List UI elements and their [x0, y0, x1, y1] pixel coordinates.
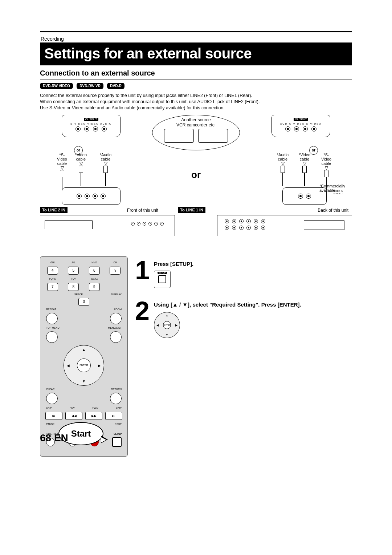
- key-6[interactable]: 6: [89, 267, 100, 275]
- steps: 1 Press [SETUP]. SETUP 2 Using [▲ / ▼], …: [135, 256, 352, 347]
- key-7[interactable]: 7: [47, 283, 58, 291]
- audio-cable-right: *Audio cable: [275, 153, 290, 161]
- video-cable-left: *Video cable: [73, 153, 89, 161]
- step-1-number: 1: [135, 259, 150, 288]
- step-2-text: Using [▲ / ▼], select "Required Setting"…: [154, 299, 301, 308]
- clear-label: CLEAR: [46, 388, 54, 390]
- key-8[interactable]: 8: [68, 283, 79, 291]
- menulist-label: MENU/LIST: [108, 327, 122, 329]
- dpad-icon: ▲ ▼ ◀ ▶ ENTER: [154, 312, 180, 338]
- up-icon: ▲: [82, 348, 86, 352]
- subsection-heading: Connection to an external source: [40, 69, 352, 77]
- key-label: GHI: [50, 261, 55, 264]
- left-icon: ◀: [67, 363, 70, 367]
- return-button[interactable]: [110, 393, 122, 404]
- output-label-left: OUTPUT: [84, 118, 99, 121]
- display-label: DISPLAY: [111, 293, 122, 296]
- badge-dvdrw-vr: DVD-RW VR: [77, 83, 103, 89]
- topmenu-button[interactable]: [46, 331, 58, 343]
- down-arrow-icon: ▽: [73, 161, 89, 166]
- audio-cable-left: *Audio cable: [98, 153, 113, 161]
- paragraph-1: Connect the external source properly to …: [40, 93, 352, 99]
- key-label: MNO: [91, 261, 97, 264]
- step-2-number: 2: [135, 299, 150, 338]
- camcorder-icon: [164, 129, 194, 143]
- key-label: PQRS: [49, 278, 56, 280]
- key-label: JKL: [72, 261, 75, 264]
- repeat-label: REPEAT: [46, 308, 56, 311]
- down-arrow-icon: ▽: [275, 161, 290, 166]
- clear-button[interactable]: [46, 393, 58, 404]
- down-icon: ▼: [82, 379, 86, 383]
- right-icon: ▶: [98, 363, 101, 367]
- svideo-in-label: S-VIDEO: [334, 193, 343, 195]
- fwd-button[interactable]: ▶▶: [85, 412, 102, 420]
- remote-control: GHI JKL MNO CH 4 5 6 ∨ PQRS TUV WXYZ 7 8…: [40, 256, 128, 457]
- repeat-button[interactable]: [46, 313, 58, 324]
- fwd-label: FWD: [93, 406, 98, 409]
- down-arrow-icon: ▽: [319, 166, 334, 170]
- topmenu-label: TOP MENU: [46, 327, 60, 329]
- key-4[interactable]: 4: [47, 267, 58, 275]
- badge-dvdrw-video: DVD-RW VIDEO: [40, 83, 73, 89]
- section-label: Recording: [41, 36, 352, 42]
- connection-diagram: OUTPUT S-VIDEO VIDEO AUDIO OUTPUT AUDIO …: [40, 115, 352, 249]
- skip-fwd-button[interactable]: ⏭: [105, 412, 122, 420]
- stop-label: STOP: [115, 423, 122, 425]
- page-title: Settings for an external source: [40, 42, 352, 65]
- page-footer: 68 EN: [40, 432, 68, 444]
- page-number: 68: [40, 432, 51, 443]
- vcr-icon: [198, 129, 228, 143]
- enter-button[interactable]: ENTER: [77, 358, 91, 372]
- output-sub-left: S-VIDEO VIDEO AUDIO: [62, 122, 120, 125]
- menulist-button[interactable]: [110, 331, 122, 343]
- output-label-right: OUTPUT: [294, 118, 309, 121]
- skip-back-label: SKIP: [46, 406, 52, 409]
- zoom-label: ZOOM: [114, 308, 122, 311]
- badge-dvdr: DVD-R: [107, 83, 124, 89]
- output-sub-right: AUDIO VIDEO S-VIDEO: [272, 122, 330, 125]
- down-arrow-icon: ▽: [297, 161, 312, 166]
- down-arrow-icon: ▽: [98, 161, 113, 166]
- svideo-cable-right: *S-Video cable: [319, 153, 334, 166]
- svideo-cable-left: *S-Video cable: [54, 153, 70, 166]
- line1-label: To LINE 1 IN: [178, 207, 205, 213]
- format-badges: DVD-RW VIDEO DVD-RW VR DVD-R: [40, 82, 352, 89]
- skip-fwd-label: SKIP: [116, 406, 122, 409]
- source-title: Another source: [152, 117, 240, 122]
- video-in-label: VIDEO IN: [334, 190, 343, 193]
- key-9[interactable]: 9: [89, 283, 100, 291]
- video-cable-right: *Video cable: [297, 153, 312, 161]
- key-label: WXYZ: [91, 278, 98, 280]
- key-label: TUV: [71, 278, 76, 280]
- source-sub: VCR camcorder etc.: [152, 122, 240, 127]
- setup-key-icon: SETUP: [154, 271, 171, 288]
- dpad[interactable]: ▲ ▼ ◀ ▶ ENTER: [64, 345, 104, 386]
- key-ch-down[interactable]: ∨: [110, 267, 121, 275]
- rev-button[interactable]: ◀◀: [65, 412, 82, 420]
- skip-back-button[interactable]: ⏮: [45, 412, 62, 420]
- page-lang: EN: [54, 432, 68, 443]
- space-label: SPACE: [74, 293, 83, 296]
- paragraph-3: Use S-Video or Video cable and an Audio …: [40, 105, 352, 111]
- key-label: CH: [114, 261, 117, 264]
- paragraph-2: When connecting an external equipment wi…: [40, 99, 352, 105]
- down-arrow-icon: ▽: [54, 166, 70, 170]
- source-bubble: Another source VCR camcorder etc.: [152, 115, 240, 150]
- back-caption: Back of this unit: [318, 208, 348, 213]
- pause-label: PAUSE: [46, 423, 54, 425]
- step-1-text: Press [SETUP].: [154, 259, 193, 267]
- return-label: RETURN: [111, 388, 122, 390]
- front-caption: Front of this unit: [127, 208, 158, 213]
- setup-button[interactable]: [112, 437, 122, 447]
- line2-label: To LINE 2 IN: [40, 207, 68, 213]
- rev-label: REV: [70, 406, 75, 409]
- big-or: or: [191, 169, 201, 181]
- zoom-button[interactable]: [110, 313, 122, 324]
- setup-label: SETUP: [114, 433, 122, 435]
- key-0[interactable]: 0: [78, 298, 89, 306]
- key-5[interactable]: 5: [68, 267, 79, 275]
